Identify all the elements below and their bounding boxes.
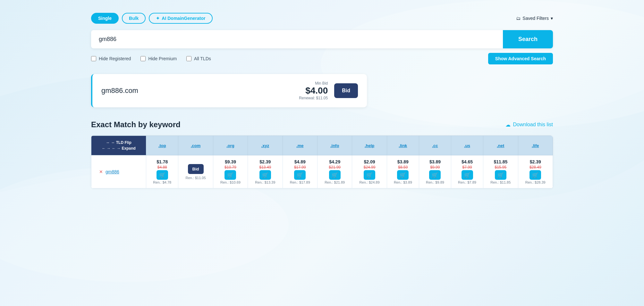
price-cell-info: $4.29 $21.99 🛒 Ren.: $21.89 xyxy=(317,155,352,188)
folder-icon: 🗂 xyxy=(516,16,521,21)
chevron-down-icon: ▾ xyxy=(551,16,553,21)
cart-button-me[interactable]: 🛒 xyxy=(294,170,306,180)
price-cell-top: $1.78 $4.88 🛒 Ren.: $4.78 xyxy=(146,155,178,188)
col-life[interactable]: .life xyxy=(518,136,553,155)
flip-icon: ↔ xyxy=(106,140,110,145)
actions-header: ↔ ↔ TLD Flip ← → ← → Expand xyxy=(91,136,146,155)
col-me[interactable]: .me xyxy=(283,136,317,155)
col-com[interactable]: .com xyxy=(178,136,213,155)
price-cell-life: $2.39 $28.49 🛒 Ren.: $28.39 xyxy=(518,155,553,188)
col-org[interactable]: .org xyxy=(213,136,248,155)
tab-ai-domain-generator[interactable]: ✦ AI DomainGenerator xyxy=(149,13,212,24)
bid-details: Min Bid $4.00 Renewal: $11.05 xyxy=(299,81,328,100)
domain-name: gm886.com xyxy=(101,87,138,95)
domain-result-card: gm886.com Min Bid $4.00 Renewal: $11.05 … xyxy=(91,74,367,107)
download-icon: ☁ xyxy=(505,122,511,128)
cart-button-net[interactable]: 🛒 xyxy=(495,170,506,180)
table-row: ✕ gm886 $1.78 $4.88 🛒 Ren.: $4.78 xyxy=(91,155,553,188)
advanced-search-button[interactable]: Show Advanced Search xyxy=(488,53,553,64)
cart-button-xyz[interactable]: 🛒 xyxy=(259,170,271,180)
all-tlds-checkbox[interactable] xyxy=(186,56,191,61)
tab-single[interactable]: Single xyxy=(91,13,119,24)
search-button[interactable]: Search xyxy=(503,30,553,48)
col-cc[interactable]: .cc xyxy=(419,136,451,155)
keyword-link[interactable]: gm886 xyxy=(106,169,119,174)
price-cell-link: $3.89 $8.59 🛒 Ren.: $3.89 xyxy=(387,155,419,188)
all-tlds-label[interactable]: All TLDs xyxy=(186,56,211,61)
price-cell-us: $4.65 $7.99 🛒 Ren.: $7.89 xyxy=(451,155,483,188)
col-link[interactable]: .link xyxy=(387,136,419,155)
hide-premium-checkbox[interactable] xyxy=(140,56,146,61)
hide-registered-checkbox[interactable] xyxy=(91,56,96,61)
cart-button-cc[interactable]: 🛒 xyxy=(429,170,441,180)
min-bid-label: Min Bid xyxy=(299,81,328,86)
col-info[interactable]: .info xyxy=(317,136,352,155)
col-help[interactable]: .help xyxy=(352,136,387,155)
saved-filters-button[interactable]: 🗂 Saved Filters ▾ xyxy=(516,16,553,21)
top-bar: Single Bulk ✦ AI DomainGenerator 🗂 Saved… xyxy=(91,13,553,24)
cart-button-info[interactable]: 🛒 xyxy=(329,170,341,180)
price-cell-cc: $3.89 $9.99 🛒 Ren.: $9.89 xyxy=(419,155,451,188)
price-cell-net: $11.85 $15.95 🛒 Ren.: $11.85 xyxy=(483,155,518,188)
col-top[interactable]: .top xyxy=(146,136,178,155)
price-cell-com: Bid Ren.: $11.05 xyxy=(178,155,213,188)
cart-button-top[interactable]: 🛒 xyxy=(157,170,168,180)
tab-group: Single Bulk ✦ AI DomainGenerator xyxy=(91,13,213,24)
section-title: Exact Match by keyword xyxy=(91,120,181,129)
tld-flip-button[interactable]: ↔ ↔ TLD Flip xyxy=(95,140,143,145)
domain-renewal-text: Renewal: $11.05 xyxy=(299,96,328,100)
price-cell-org: $9.39 $10.79 🛒 Ren.: $10.69 xyxy=(213,155,248,188)
price-cell-help: $2.09 $24.99 🛒 Ren.: $24.89 xyxy=(352,155,387,188)
filter-row: Hide Registered Hide Premium All TLDs Sh… xyxy=(91,53,553,64)
col-us[interactable]: .us xyxy=(451,136,483,155)
tld-table: ↔ ↔ TLD Flip ← → ← → Expand .top .com .o… xyxy=(91,136,553,188)
domain-bid-button[interactable]: Bid xyxy=(334,83,358,98)
section-header: Exact Match by keyword ☁ Download this l… xyxy=(91,120,553,129)
download-list-link[interactable]: ☁ Download this list xyxy=(505,122,553,128)
domain-bid-info: Min Bid $4.00 Renewal: $11.05 Bid xyxy=(299,81,358,100)
hide-registered-label[interactable]: Hide Registered xyxy=(91,56,131,61)
cart-button-life[interactable]: 🛒 xyxy=(530,170,541,180)
remove-keyword-icon[interactable]: ✕ xyxy=(99,169,103,174)
search-bar: gm886 Search xyxy=(91,30,553,48)
min-bid-price: $4.00 xyxy=(299,86,328,96)
tab-bulk[interactable]: Bulk xyxy=(122,13,146,24)
cart-button-org[interactable]: 🛒 xyxy=(225,170,236,180)
search-input[interactable]: gm886 xyxy=(91,30,503,48)
filter-checkboxes: Hide Registered Hide Premium All TLDs xyxy=(91,56,211,61)
cart-button-link[interactable]: 🛒 xyxy=(397,170,409,180)
col-net[interactable]: .net xyxy=(483,136,518,155)
price-cell-xyz: $2.39 $13.49 🛒 Ren.: $13.39 xyxy=(248,155,283,188)
keyword-cell: ✕ gm886 xyxy=(91,155,146,188)
price-cell-me: $4.89 $17.99 🛒 Ren.: $17.89 xyxy=(283,155,317,188)
cart-button-help[interactable]: 🛒 xyxy=(364,170,375,180)
expand-icon: ← → xyxy=(102,146,110,151)
hide-premium-label[interactable]: Hide Premium xyxy=(140,56,177,61)
expand-button[interactable]: ← → ← → Expand xyxy=(95,146,143,151)
cart-button-us[interactable]: 🛒 xyxy=(462,170,473,180)
bid-button-com[interactable]: Bid xyxy=(188,164,204,174)
ai-sparkle-icon: ✦ xyxy=(156,16,160,21)
col-xyz[interactable]: .xyz xyxy=(248,136,283,155)
